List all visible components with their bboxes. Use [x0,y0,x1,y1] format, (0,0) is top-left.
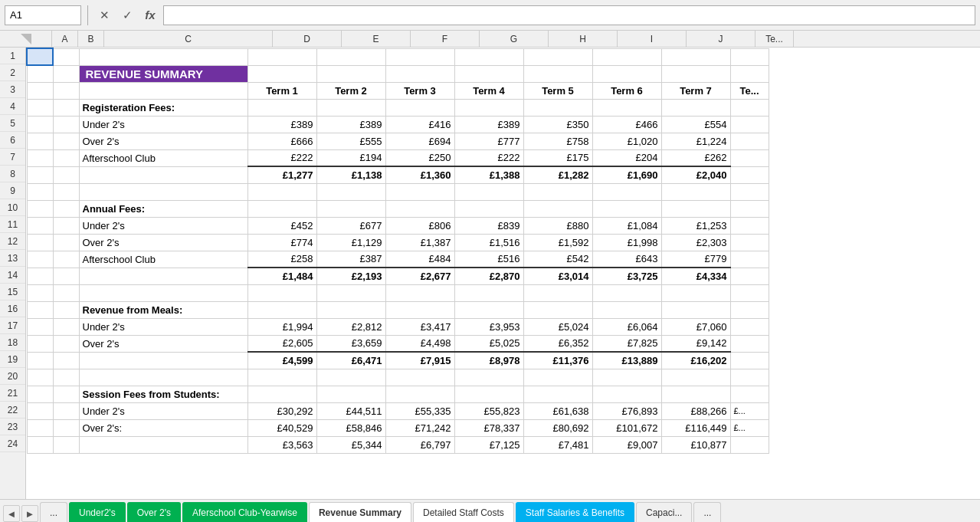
name-box[interactable] [5,5,81,25]
cell-E8[interactable]: £1,138 [316,166,385,183]
cell-F2[interactable] [385,65,454,82]
cell-F11[interactable]: £806 [385,217,454,234]
cell-J3[interactable]: Term 7 [661,82,730,99]
cell-E11[interactable]: £677 [316,217,385,234]
cell-E9[interactable] [316,183,385,200]
cell-I16[interactable] [592,301,661,318]
cell-B23[interactable] [53,419,79,436]
cell-A22[interactable] [27,402,53,419]
cell-A20[interactable] [27,369,53,386]
cell-F3[interactable]: Term 3 [385,82,454,99]
cell-G8[interactable]: £1,388 [454,166,523,183]
cell-C19[interactable] [79,352,247,369]
cell-E24[interactable]: £5,344 [316,436,385,453]
cell-G3[interactable]: Term 4 [454,82,523,99]
cell-K10[interactable] [730,200,769,217]
col-header-H[interactable]: H [549,31,618,47]
cell-B22[interactable] [53,402,79,419]
cell-B20[interactable] [53,369,79,386]
cell-G2[interactable] [454,65,523,82]
cell-F24[interactable]: £6,797 [385,436,454,453]
cell-I20[interactable] [592,369,661,386]
cell-E3[interactable]: Term 2 [316,82,385,99]
col-header-B[interactable]: B [78,31,104,47]
cell-J24[interactable]: £10,877 [661,436,730,453]
cell-C24[interactable] [79,436,247,453]
cell-F22[interactable]: £55,335 [385,402,454,419]
cell-C20[interactable] [79,369,247,386]
cell-G13[interactable]: £516 [454,251,523,268]
cell-A17[interactable] [27,318,53,335]
cell-D19[interactable]: £4,599 [247,352,316,369]
cell-E20[interactable] [316,369,385,386]
sheet-tab-over2s[interactable]: Over 2's [127,502,181,522]
cell-K2[interactable] [730,65,769,82]
cell-D20[interactable] [247,369,316,386]
cell-A24[interactable] [27,436,53,453]
cell-E18[interactable]: £3,659 [316,335,385,352]
cell-E15[interactable] [316,284,385,301]
cell-F6[interactable]: £694 [385,133,454,149]
cell-I24[interactable]: £9,007 [592,436,661,453]
cell-D24[interactable]: £3,563 [247,436,316,453]
cell-E14[interactable]: £2,193 [316,268,385,284]
sheet-tab-more-left[interactable]: ... [40,502,67,522]
cell-H10[interactable] [523,200,592,217]
cell-C3[interactable] [79,82,247,99]
cell-A16[interactable] [27,301,53,318]
cell-H19[interactable]: £11,376 [523,352,592,369]
cell-F10[interactable] [385,200,454,217]
cell-J22[interactable]: £88,266 [661,402,730,419]
cell-F17[interactable]: £3,417 [385,318,454,335]
cell-C10[interactable]: Annual Fees: [79,200,247,217]
cell-K1[interactable] [730,48,769,65]
cell-H15[interactable] [523,284,592,301]
cell-I2[interactable] [592,65,661,82]
cell-C16[interactable]: Revenue from Meals: [79,301,247,318]
cell-I17[interactable]: £6,064 [592,318,661,335]
cell-D12[interactable]: £774 [247,234,316,251]
cell-I23[interactable]: £101,672 [592,419,661,436]
cell-J15[interactable] [661,284,730,301]
cell-K14[interactable] [730,268,769,284]
cell-C5[interactable]: Under 2's [79,116,247,133]
cell-H22[interactable]: £61,638 [523,402,592,419]
cell-B21[interactable] [53,386,79,402]
sheet-tab-staff-salaries[interactable]: Staff Salaries & Benefits [516,502,634,522]
cell-E5[interactable]: £389 [316,116,385,133]
cell-K21[interactable] [730,386,769,402]
cell-K23[interactable]: £... [730,419,769,436]
cell-A18[interactable] [27,335,53,352]
cell-H8[interactable]: £1,282 [523,166,592,183]
cell-J16[interactable] [661,301,730,318]
cell-B3[interactable] [53,82,79,99]
cell-D8[interactable]: £1,277 [247,166,316,183]
cell-I15[interactable] [592,284,661,301]
cell-I8[interactable]: £1,690 [592,166,661,183]
cell-E23[interactable]: £58,846 [316,419,385,436]
cell-C17[interactable]: Under 2's [79,318,247,335]
cell-G23[interactable]: £78,337 [454,419,523,436]
cell-D18[interactable]: £2,605 [247,335,316,352]
cell-A12[interactable] [27,234,53,251]
cell-D21[interactable] [247,386,316,402]
cell-J20[interactable] [661,369,730,386]
cell-K11[interactable] [730,217,769,234]
cell-I6[interactable]: £1,020 [592,133,661,149]
cell-J8[interactable]: £2,040 [661,166,730,183]
cell-H21[interactable] [523,386,592,402]
cell-G9[interactable] [454,183,523,200]
cell-H6[interactable]: £758 [523,133,592,149]
cell-I7[interactable]: £204 [592,149,661,166]
cell-D1[interactable] [247,48,316,65]
cell-H23[interactable]: £80,692 [523,419,592,436]
cell-H20[interactable] [523,369,592,386]
col-header-G[interactable]: G [480,31,549,47]
cell-C22[interactable]: Under 2's [79,402,247,419]
cell-B9[interactable] [53,183,79,200]
cell-D9[interactable] [247,183,316,200]
cell-F20[interactable] [385,369,454,386]
cell-J1[interactable] [661,48,730,65]
cell-D23[interactable]: £40,529 [247,419,316,436]
sheet-tab-revenue-summary[interactable]: Revenue Summary [309,502,411,522]
